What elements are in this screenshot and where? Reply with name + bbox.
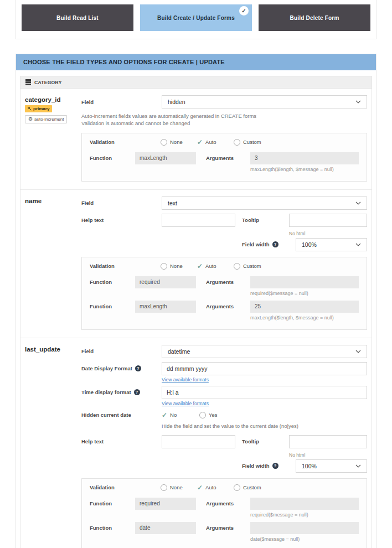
field-type-select[interactable]: hidden (162, 95, 367, 108)
section-category: CATEGORY (20, 76, 372, 89)
tooltip-label: Tooltip (242, 217, 289, 223)
radio-icon (161, 263, 167, 270)
field-width-select[interactable]: 100% (296, 238, 367, 251)
help-text-input[interactable] (162, 214, 235, 227)
field-row-last-update: last_update Field datetime (20, 338, 372, 548)
hidden-current-option-no[interactable]: ✓ No (162, 412, 199, 418)
validation-option-custom[interactable]: Custom (234, 263, 270, 270)
function-signature-hint: maxLength($length, $message = null) (250, 167, 359, 172)
tab-build-create-update-forms[interactable]: ✓ Build Create / Update Forms (140, 4, 252, 31)
hidden-current-date-label: Hidden current date (81, 412, 162, 418)
question-icon[interactable]: ? (272, 241, 278, 247)
wizard-tabs: Build Read List ✓ Build Create / Update … (16, 0, 376, 39)
tab-label: Build Delete Form (290, 15, 339, 21)
function-input[interactable] (135, 152, 196, 164)
field-width-label: Field width ? (242, 463, 296, 469)
arguments-label: Arguments (206, 152, 250, 161)
field-width-select[interactable]: 100% (296, 459, 367, 473)
hidden-current-note: Hide the field and set the value to the … (162, 422, 298, 430)
field-type-label: Field (81, 348, 162, 354)
no-html-note: No html (289, 231, 305, 236)
function-input[interactable] (135, 276, 196, 288)
function-label: Function (90, 498, 135, 506)
table-icon (25, 79, 31, 85)
validation-option-auto[interactable]: ✓ Auto (197, 484, 234, 491)
section-title: CATEGORY (34, 80, 62, 85)
question-icon[interactable]: ? (135, 365, 141, 371)
function-label: Function (90, 152, 135, 161)
arguments-label: Arguments (206, 522, 250, 531)
validation-option-none[interactable]: None (161, 139, 197, 146)
field-row-category-id: category_id primary (20, 89, 372, 190)
validation-option-none[interactable]: None (161, 484, 197, 491)
check-icon: ✓ (162, 412, 167, 418)
chevron-down-icon (355, 243, 361, 246)
arguments-input[interactable] (250, 301, 359, 313)
radio-icon (161, 139, 167, 146)
panel-title: CHOOSE THE FIELD TYPES AND OPTIONS FOR C… (16, 54, 376, 70)
field-type-select[interactable]: text (162, 197, 367, 210)
radio-icon (234, 263, 240, 270)
field-name: last_update (25, 346, 81, 353)
validation-option-custom[interactable]: Custom (234, 484, 270, 491)
function-label: Function (90, 522, 135, 531)
tab-check-icon: ✓ (239, 6, 249, 15)
arguments-input[interactable] (250, 152, 359, 164)
help-text-input[interactable] (162, 435, 235, 448)
help-text-label: Help text (81, 217, 162, 223)
validation-panel: Validation None ✓ Auto (81, 257, 367, 330)
function-input[interactable] (135, 301, 196, 313)
arguments-label: Arguments (206, 498, 250, 506)
gear-icon: ⚙ (28, 117, 33, 122)
chevron-down-icon (355, 464, 361, 468)
tooltip-input[interactable] (289, 214, 367, 227)
auto-increment-badge: ⚙ auto-increment (25, 115, 67, 123)
validation-panel: Validation None ✓ Auto (81, 478, 367, 548)
validation-option-auto[interactable]: ✓ Auto (197, 263, 234, 270)
field-name: name (25, 198, 81, 204)
radio-icon (199, 412, 206, 418)
primary-key-badge: primary (25, 105, 52, 112)
chevron-down-icon (355, 350, 361, 353)
view-date-formats-link[interactable]: View available formats (162, 377, 209, 382)
field-name: category_id (25, 96, 81, 103)
time-format-input[interactable] (162, 386, 367, 399)
function-input[interactable] (135, 498, 196, 510)
field-row-name: name Field text (20, 190, 372, 338)
date-format-label: Date Display Format ? (81, 365, 162, 371)
validation-label: Validation (90, 139, 161, 145)
tab-build-read-list[interactable]: Build Read List (22, 4, 133, 31)
validation-option-custom[interactable]: Custom (234, 139, 270, 146)
function-input[interactable] (135, 522, 196, 534)
tooltip-input[interactable] (289, 435, 367, 448)
view-time-formats-link[interactable]: View available formats (162, 401, 209, 406)
arguments-label: Arguments (206, 276, 250, 285)
question-icon[interactable]: ? (272, 463, 278, 469)
validation-option-none[interactable]: None (161, 263, 197, 270)
create-update-panel: CHOOSE THE FIELD TYPES AND OPTIONS FOR C… (16, 54, 376, 548)
tab-build-delete-form[interactable]: Build Delete Form (259, 4, 370, 31)
arguments-input[interactable] (250, 276, 359, 288)
tooltip-label: Tooltip (242, 438, 289, 444)
date-format-input[interactable] (162, 362, 367, 375)
radio-icon (234, 484, 240, 491)
hidden-current-option-yes[interactable]: Yes (199, 412, 237, 418)
field-type-select[interactable]: datetime (162, 345, 367, 358)
function-signature-hint: required($message = null) (250, 512, 359, 518)
page: Build Read List ✓ Build Create / Update … (0, 0, 392, 548)
auto-increment-note: Auto-increment fields values are automat… (81, 112, 367, 127)
validation-option-auto[interactable]: ✓ Auto (197, 139, 234, 146)
question-icon[interactable]: ? (134, 389, 140, 395)
chevron-down-icon (355, 201, 361, 205)
help-text-label: Help text (81, 438, 162, 444)
arguments-input[interactable] (250, 498, 359, 510)
field-width-label: Field width ? (242, 241, 296, 247)
tab-label: Build Create / Update Forms (157, 15, 235, 21)
time-format-label: Time display format ? (81, 389, 162, 395)
check-icon: ✓ (197, 139, 203, 146)
no-html-note: No html (289, 452, 305, 458)
tab-label: Build Read List (56, 15, 99, 21)
function-signature-hint: required($message = null) (250, 291, 359, 296)
arguments-input[interactable] (250, 522, 359, 534)
function-signature-hint: maxLength($length, $message = null) (250, 315, 359, 320)
